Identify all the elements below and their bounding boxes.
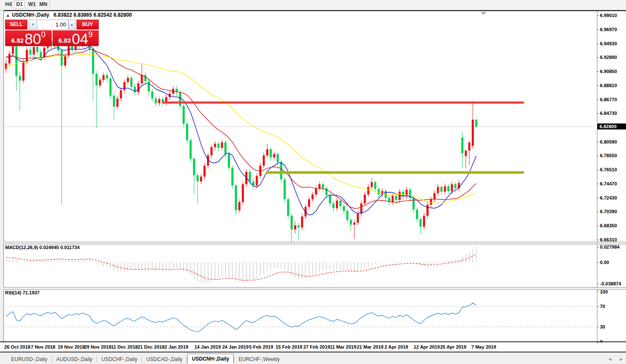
buy-price-prefix: 6.83 bbox=[59, 37, 71, 44]
price-axis-label: 6.86770 bbox=[600, 97, 617, 102]
date-axis-label: 2 Jan 2019 bbox=[165, 344, 188, 349]
price-axis-tick bbox=[597, 57, 599, 58]
date-axis-label: 25 Apr 2019 bbox=[440, 344, 466, 349]
price-axis-tick bbox=[597, 113, 599, 114]
chart-tab-bar: EURUSD-,DailyAUDUSD-,DailyUSDCHF-,DailyU… bbox=[0, 352, 626, 364]
sell-price-prefix: 6.82 bbox=[11, 37, 24, 44]
price-axis-tick bbox=[597, 198, 599, 198]
buy-price-big: 04 bbox=[72, 32, 88, 46]
macd-chart[interactable] bbox=[3, 244, 597, 287]
date-axis-label: 27 Feb 2019 bbox=[303, 344, 330, 349]
tab-scroll-right-icon[interactable]: ► bbox=[619, 357, 623, 361]
date-axis-label: 2 Apr 2019 bbox=[385, 344, 408, 349]
date-axis-label: 29 Nov 2018 bbox=[84, 344, 112, 349]
rsi-axis-label: 70 bbox=[600, 304, 605, 309]
date-axis-label: 21 Mar 2019 bbox=[357, 344, 383, 349]
price-axis-tick bbox=[597, 85, 599, 86]
date-axis-label: 12 Apr 2019 bbox=[414, 344, 440, 349]
price-axis-tick bbox=[597, 100, 599, 100]
tab-eurchf-weekly[interactable]: EURCHF-,Weekly bbox=[234, 355, 284, 364]
toolbar-separator bbox=[50, 1, 50, 8]
price-axis-tick bbox=[597, 211, 599, 212]
tab-audusd-daily[interactable]: AUDUSD-,Daily bbox=[52, 355, 97, 364]
tab-usdchf-daily[interactable]: USDCHF-,Daily bbox=[97, 355, 141, 364]
price-axis-label: 6.96970 bbox=[600, 27, 617, 32]
toolbar-separator bbox=[12, 1, 12, 8]
rsi-label: RSI(14) 71.1937 bbox=[5, 290, 40, 295]
date-axis-label: 15 Feb 2019 bbox=[276, 344, 302, 349]
price-axis-tick bbox=[597, 240, 599, 240]
price-axis-tick bbox=[597, 184, 599, 184]
tab-scroll-arrows: ◄ ► bbox=[602, 357, 626, 361]
date-axis-label: 5 Feb 2019 bbox=[249, 344, 273, 349]
price-axis-label: 6.84730 bbox=[600, 111, 617, 116]
price-axis-label: 6.68350 bbox=[600, 223, 617, 228]
collapse-triangle-icon[interactable]: ▲ bbox=[6, 13, 10, 18]
chart-ohlc-values: 6.83822 6.83865 6.82542 6.82800 bbox=[53, 12, 132, 18]
volume-decrease-button[interactable]: ▼ bbox=[29, 20, 37, 29]
price-axis-tick bbox=[597, 142, 599, 142]
date-axis-label: 14 Jan 2019 bbox=[194, 344, 221, 349]
macd-axis-label: -0.038874 bbox=[600, 281, 621, 286]
date-axis-label: 21 Dec 2018 bbox=[138, 344, 165, 349]
chart-title: ▲USDCNH-,Daily6.83822 6.83865 6.82542 6.… bbox=[6, 12, 132, 18]
panel-splitter[interactable] bbox=[3, 242, 626, 244]
chart-shift-marker-icon bbox=[481, 12, 487, 15]
timeframe-button-d1[interactable]: D1 bbox=[14, 0, 25, 9]
sell-price-big: 80 bbox=[24, 32, 41, 46]
date-axis-label: 7 May 2019 bbox=[471, 344, 496, 349]
tab-scroll-left-icon[interactable]: ◄ bbox=[608, 357, 612, 361]
price-axis-label: 6.92890 bbox=[600, 55, 617, 60]
buy-price-sup: 9 bbox=[88, 31, 93, 38]
macd-params: MACD(12,26,9) bbox=[5, 245, 38, 250]
rsi-axis-tick bbox=[597, 306, 599, 307]
price-axis-tick bbox=[597, 44, 599, 44]
rsi-axis-label: 100 bbox=[600, 289, 608, 294]
price-axis-border bbox=[597, 11, 597, 342]
date-axis-label: 24 Jan 2019 bbox=[222, 344, 249, 349]
price-axis-label: 6.76510 bbox=[600, 167, 617, 172]
date-axis-label: 11 Dec 2018 bbox=[111, 344, 138, 349]
volume-increase-button[interactable]: ▲ bbox=[68, 20, 75, 29]
rsi-axis-tick bbox=[597, 291, 599, 291]
rsi-params: RSI(14) bbox=[5, 290, 21, 295]
price-axis-tick bbox=[597, 170, 599, 170]
date-axis-label: 11 Mar 2019 bbox=[330, 344, 356, 349]
tab-eurusd-daily[interactable]: EURUSD-,Daily bbox=[7, 355, 52, 364]
timeframe-button-w1[interactable]: W1 bbox=[26, 1, 38, 8]
rsi-axis-tick bbox=[597, 327, 599, 327]
price-axis-tick bbox=[597, 29, 599, 30]
sell-price-display[interactable]: 6.82 80 0 bbox=[5, 30, 52, 46]
price-axis-label: 6.70390 bbox=[600, 209, 617, 214]
macd-label: MACD(12,26,9) 0.024945 0.011734 bbox=[5, 245, 79, 250]
price-axis-label: 6.74470 bbox=[600, 181, 617, 186]
rsi-chart[interactable] bbox=[3, 289, 597, 342]
current-price-label: 6.82800 bbox=[597, 123, 626, 129]
price-axis-label: 6.72430 bbox=[600, 195, 617, 200]
date-axis-label: 26 Oct 2018 bbox=[4, 344, 30, 349]
buy-button[interactable]: BUY bbox=[76, 20, 99, 29]
rsi-current-value: 71.1937 bbox=[23, 290, 40, 295]
date-axis[interactable]: 26 Oct 20187 Nov 201819 Nov 201829 Nov 2… bbox=[0, 343, 626, 352]
panel-splitter[interactable] bbox=[3, 287, 626, 290]
date-axis-label: 7 Nov 2018 bbox=[31, 344, 55, 349]
volume-input[interactable] bbox=[37, 20, 68, 29]
price-axis-label: 6.78550 bbox=[600, 153, 617, 158]
tab-usdcad-daily[interactable]: USDCAD-,Daily bbox=[142, 355, 187, 364]
timeframe-toolbar: H4D1W1MN bbox=[0, 0, 626, 10]
tab-usdcnh-daily[interactable]: USDCNH-,Daily bbox=[187, 354, 234, 364]
panel-border bbox=[0, 341, 626, 342]
sell-button[interactable]: SELL bbox=[5, 20, 27, 29]
price-axis-label: 6.90850 bbox=[600, 69, 617, 74]
one-click-trading-panel: SELL ▼ ▲ BUY 6.82 80 0 6.83 04 9 bbox=[5, 20, 99, 46]
chart-symbol: USDCNH-,Daily bbox=[12, 12, 49, 18]
price-axis-label: 6.94930 bbox=[600, 41, 617, 46]
timeframe-button-mn[interactable]: MN bbox=[38, 1, 49, 8]
price-axis-tick bbox=[597, 226, 599, 226]
price-axis-tick bbox=[597, 15, 599, 16]
price-axis-tick bbox=[597, 156, 599, 156]
buy-price-display[interactable]: 6.83 04 9 bbox=[53, 30, 99, 46]
sell-price-sup: 0 bbox=[41, 31, 45, 38]
macd-axis-tick bbox=[597, 284, 599, 284]
macd-axis-tick bbox=[597, 247, 599, 247]
